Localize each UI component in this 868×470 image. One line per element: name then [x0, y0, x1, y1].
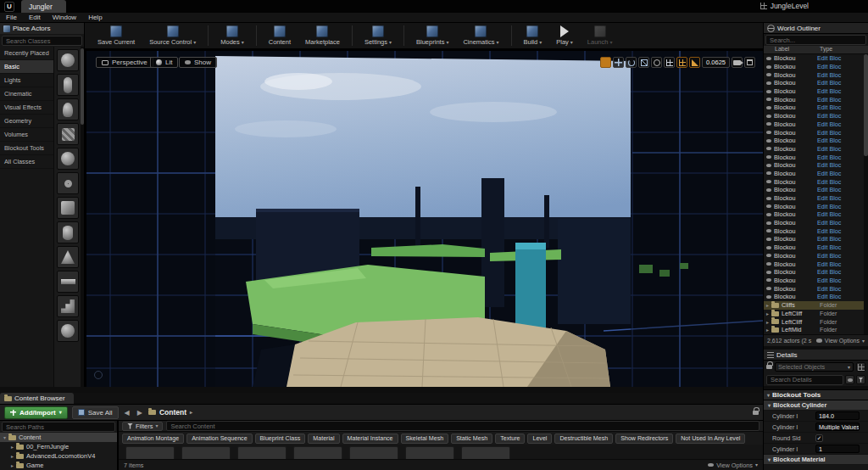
asset-thumbnail[interactable] — [237, 446, 287, 459]
surface-snap-icon[interactable] — [664, 57, 675, 68]
visibility-eye-icon[interactable] — [766, 139, 771, 143]
filters-button[interactable]: Filters ▾ — [122, 422, 163, 431]
expander-arrow-icon[interactable]: ▸ — [766, 319, 769, 325]
visibility-eye-icon[interactable] — [766, 180, 771, 183]
outliner-row[interactable]: BlockouEdit Bloc — [764, 202, 868, 210]
viewport-scene[interactable] — [86, 51, 763, 387]
back-button[interactable]: ◀ — [123, 409, 131, 417]
filter-chip-animation-sequence[interactable]: Animation Sequence — [186, 434, 252, 444]
menu-window[interactable]: Window — [47, 13, 82, 23]
visibility-eye-icon[interactable] — [766, 229, 771, 232]
details-browse-button[interactable] — [856, 362, 865, 372]
place-actor-item-capsule[interactable] — [57, 74, 79, 96]
visibility-eye-icon[interactable] — [766, 238, 771, 241]
place-actor-item-sphere[interactable] — [57, 49, 79, 71]
place-actors-category-visual-effects[interactable]: Visual Effects — [0, 101, 53, 115]
visibility-eye-icon[interactable] — [766, 164, 771, 167]
outliner-folder-cliffs[interactable]: ▸CliffsFolder — [764, 301, 868, 310]
expander-arrow-icon[interactable]: ▾ — [3, 434, 6, 440]
outliner-scrollbar[interactable] — [864, 54, 868, 334]
selected-objects-dropdown[interactable]: Selected Objects ▾ — [775, 362, 854, 372]
toolbar-button-content[interactable]: Content — [263, 25, 297, 47]
content-browser-tab[interactable]: Content Browser — [0, 393, 74, 404]
outliner-row[interactable]: BlockouEdit Bloc — [764, 284, 868, 293]
toolbar-button-build[interactable]: Build▾ — [518, 25, 548, 47]
outliner-row[interactable]: BlockouEdit Bloc — [764, 194, 868, 203]
visibility-eye-icon[interactable] — [766, 287, 771, 290]
toolbar-button-launch[interactable]: Launch▾ — [581, 25, 619, 47]
visibility-eye-icon[interactable] — [766, 271, 771, 274]
outliner-row[interactable]: BlockouEdit Bloc — [764, 186, 868, 194]
asset-thumbnail[interactable] — [461, 446, 510, 459]
outliner-row[interactable]: BlockouEdit Bloc — [764, 227, 868, 235]
outliner-row[interactable]: BlockouEdit Bloc — [764, 235, 868, 243]
section-header-blockout-cylinder[interactable]: ▾Blockout Cylinder — [764, 400, 868, 411]
content-tree-00-fernjungle[interactable]: ▸00_FernJungle — [0, 442, 117, 451]
toolbar-button-marketplace[interactable]: Marketplace — [299, 25, 346, 47]
place-actor-item-plane[interactable] — [57, 271, 79, 293]
grid-snap-icon[interactable] — [676, 57, 687, 68]
place-actors-scrollbar[interactable] — [81, 47, 84, 387]
outliner-row[interactable]: BlockouEdit Bloc — [764, 63, 868, 71]
place-actors-category-all-classes[interactable]: All Classes — [0, 155, 53, 169]
filter-chip-texture[interactable]: Texture — [495, 434, 525, 444]
expander-arrow-icon[interactable]: ▸ — [11, 453, 14, 459]
filter-chip-material[interactable]: Material — [308, 434, 339, 444]
expander-arrow-icon[interactable]: ▸ — [11, 462, 14, 468]
outliner-row[interactable]: BlockouEdit Bloc — [764, 170, 868, 178]
visibility-eye-icon[interactable] — [766, 171, 771, 175]
lit-mode-button[interactable]: Lit — [150, 57, 178, 68]
place-actors-category-basic[interactable]: Basic — [0, 60, 53, 74]
toolbar-button-play[interactable]: Play▾ — [550, 25, 579, 47]
toolbar-button-cinematics[interactable]: Cinematics▾ — [457, 25, 504, 47]
filter-chip-not-used-in-any-level[interactable]: Not Used In Any Level — [676, 434, 745, 444]
rotation-snap-icon[interactable] — [689, 57, 700, 68]
content-tree-content[interactable]: ▾Content — [0, 433, 117, 442]
filter-chip-static-mesh[interactable]: Static Mesh — [451, 434, 492, 444]
move-tool-icon[interactable] — [613, 57, 624, 68]
visibility-eye-icon[interactable] — [766, 155, 771, 159]
place-actor-item-cone[interactable] — [57, 246, 79, 268]
scale-tool-icon[interactable] — [638, 57, 649, 68]
asset-thumbnail[interactable] — [349, 446, 398, 459]
outliner-row[interactable]: BlockouEdit Bloc — [764, 70, 868, 79]
scale-snap-value[interactable]: 0.0625 — [702, 57, 730, 68]
filter-chip-skeletal-mesh[interactable]: Skeletal Mesh — [401, 434, 449, 444]
outliner-row[interactable]: BlockouEdit Bloc — [764, 177, 868, 186]
outliner-folder-leftmid[interactable]: ▸LeftMidFolder — [764, 326, 868, 334]
outliner-row[interactable]: BlockouEdit Bloc — [764, 79, 868, 87]
visibility-eye-icon[interactable] — [766, 57, 771, 60]
perspective-button[interactable]: Perspective — [96, 57, 153, 68]
checkbox-round-sid[interactable]: ✓ — [815, 434, 823, 442]
filter-chip-animation-montage[interactable]: Animation Montage — [122, 434, 184, 444]
place-actors-search-input[interactable] — [2, 36, 82, 46]
toolbar-button-modes[interactable]: Modes▾ — [214, 25, 250, 47]
outliner-row[interactable]: BlockouEdit Bloc — [764, 210, 868, 219]
input-cylinder-i[interactable]: 1 — [815, 445, 860, 453]
blockout-tools-header[interactable]: ▾ Blockout Tools — [764, 389, 868, 400]
visibility-eye-icon[interactable] — [766, 262, 771, 266]
visibility-eye-icon[interactable] — [766, 213, 771, 216]
toolbar-button-settings[interactable]: Settings▾ — [359, 25, 398, 47]
menu-file[interactable]: File — [0, 13, 23, 23]
visibility-eye-icon[interactable] — [766, 188, 771, 192]
outliner-column-headers[interactable]: Label Type — [764, 46, 868, 54]
visibility-eye-icon[interactable] — [766, 295, 771, 299]
toolbar-button-blueprints[interactable]: Blueprints▾ — [410, 25, 454, 47]
expander-arrow-icon[interactable]: ▸ — [766, 302, 769, 308]
filter-chip-level[interactable]: Level — [527, 434, 552, 444]
outliner-folder-leftcliff[interactable]: ▸LeftCliffFolder — [764, 310, 868, 318]
content-tree-advancedlocomotionv4[interactable]: ▸AdvancedLocomotionV4 — [0, 451, 117, 461]
details-search-input[interactable] — [766, 375, 843, 385]
world-outliner-tab[interactable]: World Outliner — [764, 23, 868, 34]
maximize-viewport-icon[interactable] — [744, 57, 755, 68]
expander-arrow-icon[interactable]: ▸ — [11, 444, 14, 450]
outliner-row[interactable]: BlockouEdit Bloc — [764, 128, 868, 137]
visibility-eye-icon[interactable] — [766, 106, 771, 109]
save-all-button[interactable]: Save All — [72, 406, 119, 419]
outliner-row[interactable]: BlockouEdit Bloc — [764, 137, 868, 145]
place-actor-item-bulb[interactable] — [57, 98, 79, 120]
place-actors-category-recently-placed[interactable]: Recently Placed — [0, 47, 53, 60]
visibility-eye-icon[interactable] — [766, 246, 771, 249]
visibility-eye-icon[interactable] — [766, 131, 771, 134]
